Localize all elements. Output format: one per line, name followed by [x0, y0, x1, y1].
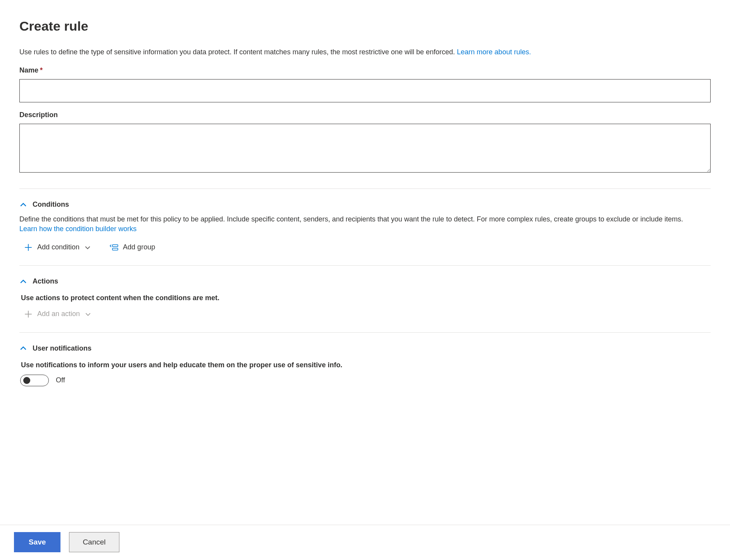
divider — [19, 265, 711, 266]
conditions-desc-text: Define the conditions that must be met f… — [19, 215, 683, 223]
notifications-header[interactable]: User notifications — [19, 344, 711, 353]
intro-text: Use rules to define the type of sensitiv… — [19, 47, 702, 57]
group-icon — [110, 243, 118, 252]
plus-icon — [24, 243, 33, 252]
add-action-button[interactable]: Add an action — [24, 309, 91, 319]
learn-more-rules-link[interactable]: Learn more about rules. — [457, 48, 531, 56]
svg-rect-3 — [112, 248, 118, 250]
notifications-title: User notifications — [33, 344, 91, 353]
add-group-label: Add group — [123, 242, 155, 252]
description-label: Description — [19, 110, 711, 120]
svg-rect-2 — [112, 245, 118, 247]
required-indicator: * — [40, 66, 43, 74]
name-label: Name* — [19, 66, 711, 75]
divider — [19, 188, 711, 189]
name-input[interactable] — [19, 79, 711, 102]
chevron-up-icon — [19, 278, 27, 285]
plus-icon — [24, 310, 33, 318]
actions-desc: Use actions to protect content when the … — [21, 293, 711, 303]
description-textarea[interactable] — [19, 124, 711, 173]
chevron-down-icon — [84, 244, 91, 251]
divider — [19, 332, 711, 333]
conditions-desc: Define the conditions that must be met f… — [19, 214, 702, 234]
conditions-title: Conditions — [33, 200, 69, 209]
page-title: Create rule — [19, 17, 711, 36]
add-condition-label: Add condition — [37, 242, 79, 252]
notifications-toggle[interactable] — [20, 375, 49, 386]
conditions-header[interactable]: Conditions — [19, 200, 711, 209]
actions-title: Actions — [33, 277, 58, 286]
condition-builder-link[interactable]: Learn how the condition builder works — [19, 225, 136, 233]
add-condition-button[interactable]: Add condition — [24, 242, 91, 252]
notifications-toggle-state: Off — [56, 375, 65, 385]
name-label-text: Name — [19, 66, 38, 74]
chevron-down-icon — [85, 311, 91, 318]
notifications-desc: Use notifications to inform your users a… — [21, 360, 711, 370]
add-action-label: Add an action — [37, 309, 80, 319]
chevron-up-icon — [19, 201, 27, 209]
intro-text-body: Use rules to define the type of sensitiv… — [19, 48, 457, 56]
toggle-knob — [23, 377, 30, 384]
actions-header[interactable]: Actions — [19, 277, 711, 286]
chevron-up-icon — [19, 344, 27, 352]
add-group-button[interactable]: Add group — [110, 242, 155, 252]
